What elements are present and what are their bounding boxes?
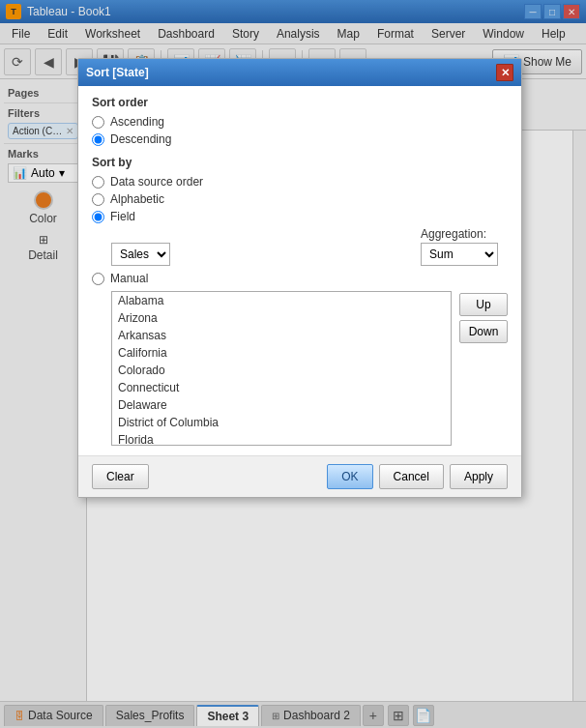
data-source-radio-row: Data source order [92,175,508,189]
down-button[interactable]: Down [459,320,508,343]
list-item[interactable]: Arizona [112,309,451,327]
list-item[interactable]: Connecticut [112,379,451,396]
descending-radio[interactable] [92,133,104,146]
dialog-body: Sort order Ascending Descending Sort by … [78,86,521,455]
field-label[interactable]: Field [110,210,135,223]
ascending-label[interactable]: Ascending [110,115,164,129]
ascending-radio-row: Ascending [92,115,508,129]
field-radio[interactable] [92,211,104,223]
list-item[interactable]: Alabama [112,292,451,309]
list-item[interactable]: California [112,344,451,362]
alphabetic-label[interactable]: Alphabetic [110,192,164,206]
ascending-radio[interactable] [92,116,104,129]
field-radio-row: Field [92,210,508,223]
dialog-footer: Clear OK Cancel Apply [78,455,521,497]
manual-list-area: Alabama Arizona Arkansas California Colo… [111,291,508,446]
manual-label[interactable]: Manual [110,272,148,285]
manual-radio-row: Manual [92,272,508,285]
ok-button[interactable]: OK [327,464,372,489]
dialog-titlebar: Sort [State] ✕ [78,59,521,86]
list-item[interactable]: Florida [112,431,451,446]
manual-buttons: Up Down [459,291,508,446]
sort-by-label: Sort by [92,156,508,169]
data-source-radio[interactable] [92,176,104,189]
clear-button[interactable]: Clear [92,464,149,489]
alphabetic-radio[interactable] [92,193,104,206]
aggregation-label: Aggregation: [421,227,508,241]
sort-by-section: Sort by Data source order Alphabetic Fie… [92,156,508,446]
descending-radio-row: Descending [92,132,508,146]
alphabetic-radio-row: Alphabetic [92,192,508,206]
descending-label[interactable]: Descending [110,132,171,146]
manual-list[interactable]: Alabama Arizona Arkansas California Colo… [111,291,452,446]
data-source-label[interactable]: Data source order [110,175,203,189]
dialog-overlay: Sort [State] ✕ Sort order Ascending Desc… [0,0,586,728]
list-item[interactable]: District of Columbia [112,414,451,431]
field-col: Sales Sales [111,243,413,266]
agg-col: Aggregation: SumAverageCountMinMax [421,227,508,266]
list-item[interactable]: Colorado [112,362,451,379]
dialog-title: Sort [State] [86,66,149,79]
manual-radio[interactable] [92,273,104,285]
cancel-button[interactable]: Cancel [379,464,444,489]
dialog-close-button[interactable]: ✕ [496,64,513,81]
list-item[interactable]: Arkansas [112,327,451,344]
list-item[interactable]: Delaware [112,396,451,414]
field-agg-row: Sales Sales Aggregation: SumAverageCount… [111,227,508,266]
sort-order-label: Sort order [92,96,508,109]
up-button[interactable]: Up [459,293,508,316]
apply-button[interactable]: Apply [450,464,508,489]
agg-select[interactable]: SumAverageCountMinMax [421,243,498,266]
field-select[interactable]: Sales Sales [111,243,170,266]
sort-dialog: Sort [State] ✕ Sort order Ascending Desc… [77,58,522,498]
